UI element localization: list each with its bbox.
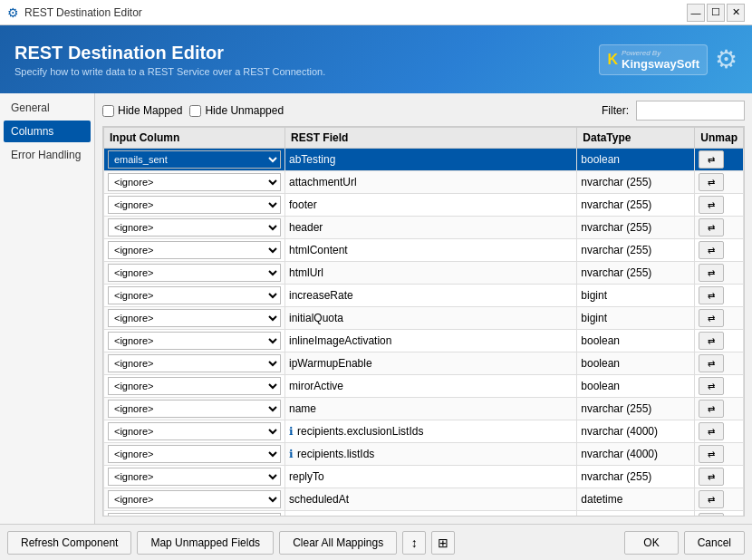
hide-unmapped-checkbox[interactable] (189, 105, 201, 117)
data-type-cell: datetime (577, 488, 695, 511)
unmap-button[interactable]: ⇄ (699, 445, 724, 463)
input-column-select[interactable]: <ignore> (108, 218, 281, 237)
sidebar-item-error-handling[interactable]: Error Handling (4, 144, 91, 166)
header-subtitle: Specify how to write data to a REST Serv… (14, 66, 325, 77)
input-column-select[interactable]: <ignore> (108, 422, 281, 440)
sidebar-item-columns[interactable]: Columns (4, 121, 91, 142)
hide-mapped-checkbox[interactable] (102, 105, 114, 117)
hide-unmapped-label[interactable]: Hide Unmapped (189, 104, 284, 117)
filter-input[interactable] (636, 101, 745, 121)
table-row: <ignore>htmlContentnvarchar (255)⇄ (104, 239, 744, 262)
input-column-select[interactable]: <ignore> (108, 377, 281, 395)
rest-field-value: increaseRate (289, 289, 353, 302)
data-type-cell: boolean (577, 375, 695, 398)
header-title: REST Destination Editor (14, 43, 325, 63)
columns-table: Input Column REST Field DataType Unmap e… (103, 127, 744, 517)
input-column-select[interactable]: <ignore> (108, 173, 281, 191)
content-area: Hide Mapped Hide Unmapped Filter: Input … (95, 93, 752, 524)
rest-field-cell: name (285, 398, 577, 420)
unmap-cell: ⇄ (695, 375, 744, 398)
unmap-button[interactable]: ⇄ (699, 400, 724, 418)
input-column-select[interactable]: <ignore> (108, 400, 281, 418)
info-icon[interactable]: ℹ (289, 448, 294, 460)
input-column-select[interactable]: <ignore> (108, 513, 281, 517)
map-unmapped-button[interactable]: Map Unmapped Fields (137, 531, 274, 555)
input-column-cell: <ignore> (104, 488, 285, 511)
unmap-cell: ⇄ (695, 488, 744, 511)
input-column-select[interactable]: <ignore> (108, 241, 281, 259)
input-column-select[interactable]: emails_sent (108, 150, 281, 169)
input-column-cell: <ignore> (104, 239, 285, 262)
header-text: REST Destination Editor Specify how to w… (14, 43, 325, 77)
table-row: <ignore>headernvarchar (255)⇄ (104, 217, 744, 239)
input-column-select[interactable]: <ignore> (108, 354, 281, 372)
unmap-cell: ⇄ (695, 171, 744, 194)
table-header-row: Input Column REST Field DataType Unmap (104, 128, 744, 149)
powered-by-text: Powered By (622, 49, 699, 57)
input-column-cell: <ignore> (104, 171, 285, 194)
unmap-button[interactable]: ⇄ (699, 332, 724, 350)
input-column-cell: <ignore> (104, 262, 285, 285)
minimize-button[interactable]: — (687, 4, 705, 22)
data-type-cell: nvarchar (4000) (577, 443, 695, 466)
info-icon[interactable]: ℹ (289, 425, 294, 438)
columns-table-container[interactable]: Input Column REST Field DataType Unmap e… (102, 126, 745, 517)
unmap-button[interactable]: ⇄ (699, 173, 724, 191)
th-unmap: Unmap (695, 128, 744, 149)
hide-mapped-label[interactable]: Hide Mapped (102, 104, 182, 117)
unmap-button[interactable]: ⇄ (699, 354, 724, 372)
data-type-cell: nvarchar (255) (577, 466, 695, 488)
ok-button[interactable]: OK (624, 531, 678, 555)
rest-field-cell: header (285, 217, 577, 239)
sidebar-item-general[interactable]: General (4, 97, 91, 119)
input-column-select[interactable]: <ignore> (108, 264, 281, 282)
rest-field-cell: ipWarmupEnable (285, 352, 577, 375)
rest-field-cell: sendAtBestTime (285, 511, 577, 517)
input-column-cell: <ignore> (104, 285, 285, 307)
rest-field-cell: initialQuota (285, 307, 577, 330)
table-row: <ignore>sendAtBestTimeboolean⇄ (104, 511, 744, 517)
rest-field-value: ipWarmupEnable (289, 357, 372, 370)
filter-label: Filter: (602, 104, 629, 117)
input-column-select[interactable]: <ignore> (108, 196, 281, 214)
logo-k: K (607, 52, 618, 68)
clear-mappings-button[interactable]: Clear All Mappings (279, 531, 397, 555)
rest-field-value: header (289, 221, 323, 234)
rest-field-cell: replyTo (285, 466, 577, 488)
rest-field-cell: ℹrecipients.listIds (285, 443, 577, 466)
unmap-button[interactable]: ⇄ (699, 218, 724, 237)
unmap-button[interactable]: ⇄ (699, 309, 724, 327)
unmap-button[interactable]: ⇄ (699, 196, 724, 214)
unmap-button[interactable]: ⇄ (699, 286, 724, 304)
rest-field-value: name (289, 402, 316, 415)
input-column-select[interactable]: <ignore> (108, 490, 281, 508)
unmap-cell: ⇄ (695, 443, 744, 466)
icon-button-2[interactable]: ⊞ (431, 531, 455, 555)
input-column-select[interactable]: <ignore> (108, 286, 281, 304)
input-column-select[interactable]: <ignore> (108, 332, 281, 350)
window-controls: — ☐ ✕ (687, 4, 745, 22)
window-title: REST Destination Editor (24, 6, 681, 19)
rest-field-cell: attachmentUrl (285, 171, 577, 194)
unmap-button[interactable]: ⇄ (699, 422, 724, 440)
close-button[interactable]: ✕ (727, 4, 745, 22)
maximize-button[interactable]: ☐ (707, 4, 725, 22)
unmap-cell: ⇄ (695, 420, 744, 443)
cancel-button[interactable]: Cancel (684, 531, 745, 555)
unmap-cell: ⇄ (695, 330, 744, 352)
unmap-button[interactable]: ⇄ (699, 377, 724, 395)
unmap-button[interactable]: ⇄ (699, 264, 724, 282)
unmap-button[interactable]: ⇄ (699, 468, 724, 486)
th-input-column: Input Column (104, 128, 285, 149)
unmap-button[interactable]: ⇄ (699, 513, 724, 517)
unmap-button[interactable]: ⇄ (699, 490, 724, 508)
unmap-button[interactable]: ⇄ (699, 150, 724, 169)
input-column-select[interactable]: <ignore> (108, 445, 281, 463)
data-type-cell: bigint (577, 307, 695, 330)
icon-button-1[interactable]: ↕ (402, 531, 426, 555)
input-column-select[interactable]: <ignore> (108, 468, 281, 486)
unmap-button[interactable]: ⇄ (699, 241, 724, 259)
rest-field-cell: mirorActive (285, 375, 577, 398)
refresh-component-button[interactable]: Refresh Component (7, 531, 131, 555)
input-column-select[interactable]: <ignore> (108, 309, 281, 327)
